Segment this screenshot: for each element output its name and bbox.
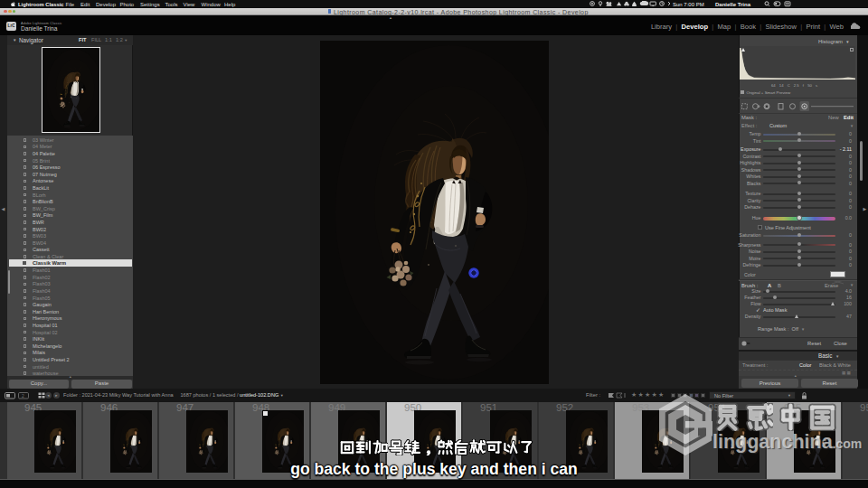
svg-text:2: 2 <box>22 393 24 399</box>
